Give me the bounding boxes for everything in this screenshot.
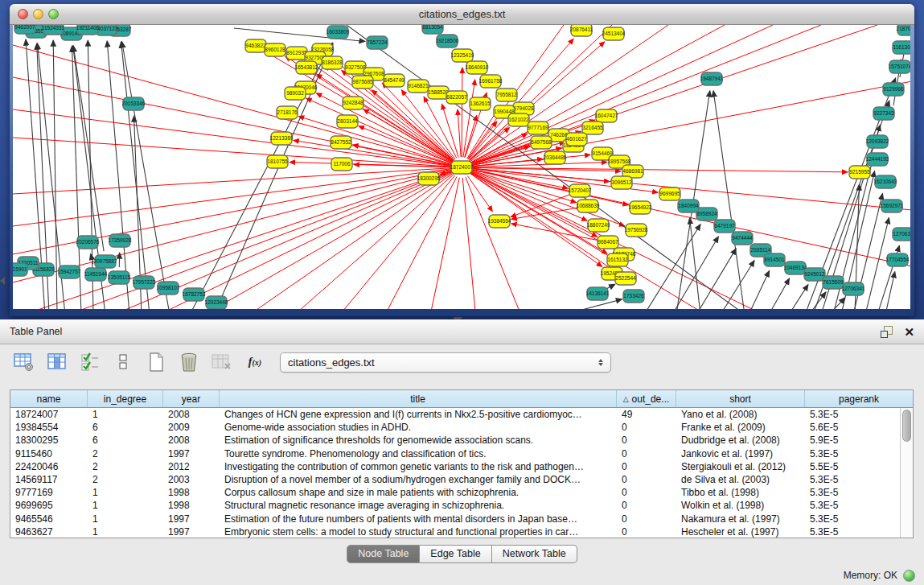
network-node[interactable]: 10958107: [157, 282, 180, 295]
network-node-selected[interactable]: 10688639: [577, 200, 600, 212]
network-node-selected[interactable]: 1810755: [267, 155, 288, 168]
network-node-selected[interactable]: 4601627: [566, 133, 587, 146]
column-header-name[interactable]: name: [10, 390, 88, 407]
network-edge[interactable]: [865, 218, 889, 309]
network-node-selected[interactable]: 1621022: [508, 113, 529, 126]
network-canvas[interactable]: 1872400718300295946382289601288912935232…: [13, 25, 910, 309]
network-edge[interactable]: [347, 25, 741, 309]
network-node[interactable]: 20206576: [76, 236, 100, 249]
table-vertical-scrollbar[interactable]: [900, 408, 913, 538]
network-node-selected[interactable]: 9463822: [245, 39, 266, 52]
network-node[interactable]: 20153346: [122, 97, 146, 110]
network-node-selected[interactable]: 8960128: [265, 43, 285, 56]
network-node-selected[interactable]: 9875685: [352, 76, 373, 89]
network-edge-selected[interactable]: [77, 171, 452, 309]
network-node[interactable]: 6479197: [714, 220, 735, 233]
network-node-selected[interactable]: 16961758: [479, 75, 503, 88]
network-node[interactable]: 1270634: [893, 228, 910, 241]
network-node[interactable]: 19487941: [700, 72, 724, 85]
network-node[interactable]: 30975887: [94, 255, 117, 268]
network-edge[interactable]: [713, 91, 745, 309]
network-edge-selected[interactable]: [13, 168, 451, 194]
network-node[interactable]: 8958924: [696, 208, 717, 220]
network-node-selected[interactable]: 19756928: [625, 224, 648, 237]
table-row[interactable]: 977716911998Corpus callosum shape and si…: [10, 486, 900, 499]
collapse-panel-arrow-icon[interactable]: [0, 277, 5, 285]
network-node-selected[interactable]: 9327508: [345, 61, 366, 74]
network-node[interactable]: 7615509: [823, 276, 844, 289]
network-edge-selected[interactable]: [471, 25, 821, 163]
tab-edge-table[interactable]: Edge Table: [420, 545, 491, 563]
network-node[interactable]: 17957223: [133, 276, 156, 289]
network-node[interactable]: 17704554: [886, 253, 910, 266]
network-node-selected[interactable]: 19654923: [629, 201, 652, 214]
network-node[interactable]: 16033809: [326, 26, 350, 39]
network-node-selected[interactable]: 20364486: [544, 151, 567, 164]
network-edge-selected[interactable]: [166, 172, 452, 309]
network-edge-selected[interactable]: [13, 170, 451, 282]
function-builder-icon[interactable]: f(x): [244, 351, 266, 373]
table-selector-dropdown[interactable]: citations_edges.txt: [280, 352, 611, 373]
column-header-pagerank[interactable]: pagerank: [805, 390, 913, 407]
table-row[interactable]: 911546021997Tourette syndrome. Phenomeno…: [10, 447, 900, 460]
network-node-selected[interactable]: 989032: [285, 87, 306, 100]
delete-trash-icon[interactable]: [178, 351, 200, 373]
tab-network-table[interactable]: Network Table: [492, 545, 577, 563]
network-node-selected[interactable]: 20876411: [570, 25, 593, 36]
network-edge-selected[interactable]: [462, 68, 462, 157]
network-edge-selected[interactable]: [387, 177, 457, 309]
column-header-out_de[interactable]: △out_de...: [617, 390, 676, 407]
network-edge[interactable]: [606, 284, 614, 289]
network-node-selected[interactable]: 18724007: [450, 161, 474, 174]
network-node-selected[interactable]: 9777169: [528, 122, 548, 134]
network-edge-selected[interactable]: [13, 109, 451, 166]
table-settings-icon[interactable]: [13, 351, 35, 373]
network-node[interactable]: 19211406: [76, 25, 100, 35]
network-node-selected[interactable]: 3216455: [582, 122, 603, 134]
network-node-selected[interactable]: 19384554: [488, 215, 511, 228]
close-window-button[interactable]: [18, 9, 28, 19]
network-node[interactable]: 15942757: [58, 266, 81, 278]
network-node[interactable]: 14136141: [586, 287, 610, 300]
network-node[interactable]: 1733426: [623, 290, 644, 303]
network-node-selected[interactable]: 6822057: [446, 91, 467, 104]
column-header-year[interactable]: year: [163, 390, 220, 407]
network-node-selected[interactable]: 2718176: [277, 106, 298, 119]
network-edge[interactable]: [769, 278, 790, 309]
network-node-selected[interactable]: 9242848: [343, 97, 363, 109]
network-node-selected[interactable]: 1615132: [607, 253, 628, 266]
network-node-selected[interactable]: 6497568: [531, 136, 552, 149]
network-edge[interactable]: [789, 285, 808, 309]
network-node[interactable]: 1161304: [893, 41, 910, 54]
network-node[interactable]: 16782753: [183, 288, 206, 301]
network-node[interactable]: 8914501: [764, 253, 785, 266]
network-node-selected[interactable]: 1588520: [428, 86, 449, 99]
network-node[interactable]: 12093822: [866, 135, 889, 148]
network-node[interactable]: 11451944: [84, 268, 108, 281]
network-node-selected[interactable]: 18807249: [587, 219, 610, 232]
network-node[interactable]: 12923448: [205, 296, 228, 309]
network-node[interactable]: 11524331: [42, 25, 65, 35]
network-edge-selected[interactable]: [13, 169, 451, 226]
network-edge[interactable]: [122, 42, 170, 309]
network-node[interactable]: 13505115: [108, 271, 131, 284]
network-edge-selected[interactable]: [13, 45, 451, 165]
network-svg[interactable]: 1872400718300295946382289601288912935232…: [13, 25, 910, 309]
network-node[interactable]: 1840994: [678, 200, 699, 212]
network-node-selected[interactable]: 2522544: [615, 272, 636, 285]
network-node-selected[interactable]: 1362615: [470, 97, 491, 110]
network-node[interactable]: 9245012: [804, 268, 825, 281]
network-node[interactable]: 7857224: [367, 36, 388, 49]
select-rows-icon[interactable]: [79, 351, 101, 373]
network-node-selected[interactable]: 8427552: [331, 136, 351, 149]
window-titlebar[interactable]: citations_edges.txt: [10, 4, 914, 25]
column-header-in_degree[interactable]: in_degree: [88, 390, 163, 407]
network-edge-selected[interactable]: [511, 195, 570, 217]
column-header-title[interactable]: title: [220, 390, 617, 407]
network-edge-selected[interactable]: [472, 167, 848, 172]
network-node-selected[interactable]: 9684067: [598, 236, 618, 249]
network-edge[interactable]: [690, 218, 700, 309]
network-node-selected[interactable]: 2803144: [337, 115, 358, 128]
scrollbar-thumb[interactable]: [902, 410, 911, 442]
network-node-selected[interactable]: 8912935: [286, 47, 307, 60]
